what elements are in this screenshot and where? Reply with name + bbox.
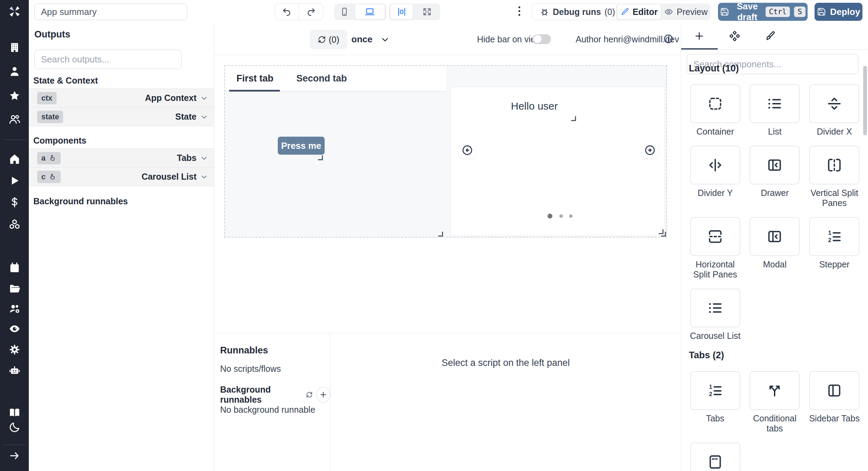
info-icon[interactable] [663, 34, 674, 44]
hide-bar-toggle[interactable] [532, 34, 551, 44]
mobile-view-button[interactable] [334, 7, 354, 17]
sidebar-item-user-cog[interactable] [0, 303, 29, 315]
hello-user-text[interactable]: Hello user [492, 92, 576, 120]
component-card-conditional-tabs[interactable] [750, 371, 800, 410]
component-card-list[interactable] [750, 84, 800, 123]
component-card-vertical-split-panes[interactable] [809, 146, 859, 185]
add-background-runnable-button[interactable] [316, 387, 330, 403]
state-context-rows: ctxApp ContextstateState [29, 88, 214, 126]
app-canvas: First tabSecond tab Press me Hello user [214, 55, 681, 333]
windmill-logo[interactable] [8, 5, 21, 19]
canvas-tab-2[interactable]: Second tab [285, 66, 359, 91]
sidebar-item-dollar[interactable] [0, 196, 29, 208]
sidebar-item-eye-solid[interactable] [0, 323, 29, 335]
tabs-component-header: First tabSecond tab [225, 66, 446, 92]
component-card-container[interactable] [690, 84, 740, 123]
sidebar-item-bot[interactable] [0, 365, 29, 376]
redo-button[interactable] [299, 3, 323, 20]
center-canvas-button[interactable] [390, 4, 414, 20]
output-row[interactable]: aTabs [29, 148, 214, 167]
folder-icon [9, 282, 20, 294]
container-icon [707, 96, 723, 112]
no-background-runnable-label: No background runnable [220, 405, 315, 415]
refresh-icon [318, 35, 326, 44]
expand-canvas-button[interactable] [414, 7, 440, 17]
sidebar-item-book[interactable] [0, 406, 29, 418]
carousel-next-button[interactable] [642, 142, 658, 159]
sidebar-item-building[interactable] [0, 42, 29, 53]
undo-button[interactable] [275, 3, 299, 20]
theme-tab[interactable] [764, 31, 775, 42]
output-row[interactable]: stateState [29, 107, 214, 126]
sidebar-item-moon[interactable] [0, 421, 29, 433]
sidebar-item-users[interactable] [0, 113, 29, 125]
component-card-tabs[interactable]: 12 [690, 371, 740, 410]
canvas-toolbar: (0) once Hide bar on view Author henri@w… [214, 24, 681, 55]
component-card-stepper[interactable]: 12 [809, 217, 859, 256]
runnable-detail: Select a script on the left panel [331, 333, 681, 471]
output-row[interactable]: ctxApp Context [29, 88, 214, 107]
divider-x-icon [826, 96, 842, 112]
carousel-prev-button[interactable] [459, 142, 476, 159]
editor-tab[interactable]: Editor [617, 4, 661, 20]
component-card-divider-x[interactable] [809, 84, 859, 123]
right-panel-tabs [681, 24, 868, 50]
sidebar-item-folder[interactable] [0, 282, 29, 294]
sidebar-item-calendar[interactable] [0, 262, 29, 274]
components-title: Components [33, 136, 86, 146]
carousel-dot[interactable] [569, 214, 573, 218]
insert-component-tab[interactable] [694, 31, 705, 42]
tabs-component-resize-handle[interactable] [438, 232, 443, 237]
component-card-untitled[interactable] [690, 443, 740, 471]
right-panel-scrollbar[interactable] [863, 66, 867, 135]
canvas-tab-1[interactable]: First tab [225, 66, 285, 91]
component-card-carousel-list[interactable] [690, 289, 740, 327]
component-item: Horizontal Split Panes [687, 217, 743, 280]
deploy-save-icon [817, 7, 826, 16]
component-card-drawer[interactable] [750, 146, 800, 185]
desktop-view-button[interactable] [354, 4, 385, 20]
refresh-button[interactable]: (0) [310, 30, 347, 49]
press-me-button[interactable]: Press me [278, 137, 325, 155]
text-resize-handle[interactable] [571, 116, 576, 121]
component-card-divider-y[interactable] [690, 146, 740, 185]
carousel-dot[interactable] [559, 214, 563, 218]
refresh-policy-dropdown[interactable]: once [351, 34, 390, 45]
boxes-icon [9, 219, 20, 230]
carousel-dot[interactable] [548, 214, 552, 219]
press-me-resize-handle[interactable] [318, 155, 323, 160]
carousel-component[interactable]: Hello user [451, 87, 665, 236]
more-menu-button[interactable]: ⋮ [514, 4, 525, 17]
sidebar-item-arrow-right[interactable] [0, 450, 29, 462]
save-draft-button[interactable]: Save draft Ctrl S [718, 3, 808, 21]
users-icon [9, 113, 20, 125]
component-card-horizontal-split-panes[interactable] [690, 217, 740, 256]
component-card-modal[interactable] [750, 217, 800, 256]
app-summary-input[interactable] [34, 3, 187, 20]
star-icon [9, 90, 20, 102]
kebab-menu-icon: ⋮ [514, 5, 525, 17]
search-outputs-input[interactable] [34, 50, 182, 69]
sidebar-item-star[interactable] [0, 90, 29, 102]
sidebar-item-gear[interactable] [0, 344, 29, 356]
preview-tab[interactable]: Preview [661, 7, 710, 17]
horizontal-split-icon [707, 229, 723, 245]
component-label: Divider Y [698, 188, 733, 198]
select-script-placeholder: Select a script on the left panel [442, 358, 570, 471]
app-grid-container[interactable]: First tabSecond tab Press me Hello user [224, 65, 667, 238]
sidebar-item-boxes[interactable] [0, 219, 29, 230]
sidebar-item-play[interactable] [0, 175, 29, 187]
component-label: Horizontal Split Panes [687, 259, 743, 280]
sidebar-item-user[interactable] [0, 66, 29, 77]
component-card-sidebar-tabs[interactable] [809, 371, 859, 410]
component-item: 12Stepper [807, 217, 862, 280]
output-row[interactable]: cCarousel List [29, 167, 214, 186]
book-icon [9, 406, 20, 418]
output-id-badge: a [37, 152, 61, 164]
deploy-button[interactable]: Deploy [815, 3, 862, 21]
grid-resize-handle[interactable] [661, 232, 666, 237]
debug-runs-button[interactable]: Debug runs (0) [532, 3, 623, 20]
settings-tab[interactable] [729, 31, 740, 42]
gear-icon [9, 344, 20, 356]
sidebar-item-home[interactable] [0, 153, 29, 165]
